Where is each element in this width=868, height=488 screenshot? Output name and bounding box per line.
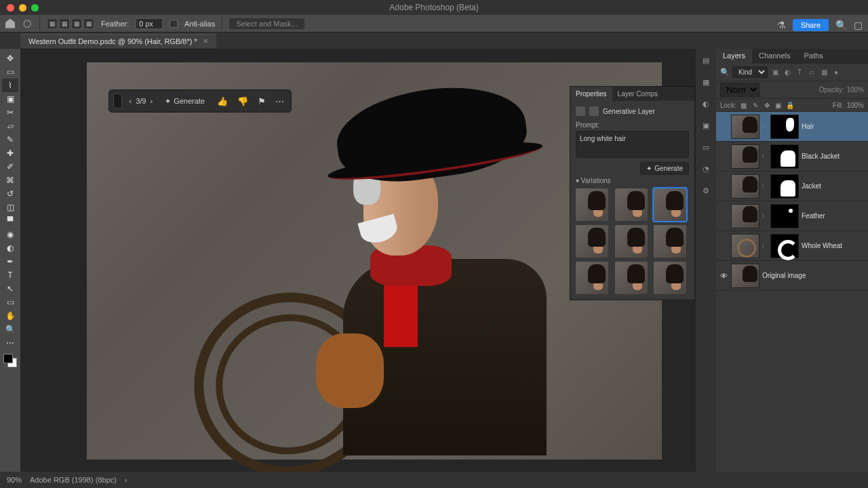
variation-thumb[interactable]	[576, 225, 608, 258]
variation-thumb[interactable]	[615, 188, 648, 221]
brush-tool[interactable]: ✐	[2, 160, 18, 174]
filter-shape-icon[interactable]: ▱	[807, 68, 816, 77]
blend-mode-select[interactable]: Normal	[720, 83, 760, 97]
layer-thumbnail[interactable]	[731, 204, 760, 228]
thumbs-up-icon[interactable]: 👍	[214, 95, 231, 108]
intersect-selection-icon[interactable]: ▦	[83, 18, 94, 29]
properties-panel-icon[interactable]: ⚙	[700, 184, 712, 197]
layer-filter-kind[interactable]: Kind	[732, 66, 768, 78]
layer-row[interactable]: ⁞Feather	[716, 201, 868, 231]
type-tool[interactable]: T	[2, 268, 18, 282]
history-panel-icon[interactable]: ▭	[700, 141, 712, 153]
layer-row[interactable]: ⁞Hair	[716, 112, 868, 142]
link-mask-icon[interactable]: ⁞	[762, 153, 768, 159]
zoom-tool[interactable]: 🔍	[2, 323, 18, 336]
layer-row[interactable]: ⁞Jacket	[716, 171, 868, 201]
filter-adjust-icon[interactable]: ◐	[783, 68, 792, 77]
flag-icon[interactable]: ⚑	[255, 95, 269, 108]
minimize-window-button[interactable]	[19, 4, 26, 12]
lock-position-icon[interactable]: ✥	[763, 101, 771, 109]
feather-input[interactable]	[136, 18, 163, 29]
variation-thumb[interactable]	[576, 188, 608, 221]
generate-button[interactable]: ✦ Generate	[159, 95, 210, 108]
canvas-area[interactable]: ‹ 3/9 › ✦ Generate 👍 👎 ⚑ ⋯ Properties La…	[20, 49, 696, 472]
swatches-panel-icon[interactable]: ▦	[700, 76, 712, 88]
foreground-color[interactable]	[3, 354, 13, 363]
color-swatch[interactable]	[3, 354, 17, 367]
layer-row[interactable]: ⁞Black Jacket	[716, 142, 868, 171]
dodge-tool[interactable]: ◐	[2, 241, 18, 255]
layer-name[interactable]: Feather	[802, 212, 865, 220]
move-tool[interactable]: ✥	[2, 52, 18, 65]
eyedropper-tool[interactable]: ✎	[2, 133, 18, 146]
lasso-tool-indicator[interactable]: ◯	[22, 18, 33, 29]
lasso-tool[interactable]: ⌇	[2, 79, 18, 92]
frame-tool[interactable]: ▱	[2, 119, 18, 133]
layer-mask-thumbnail[interactable]	[770, 144, 799, 169]
lock-paint-icon[interactable]: ✎	[751, 101, 760, 109]
opacity-value[interactable]: 100%	[846, 86, 864, 94]
shape-tool[interactable]: ▭	[2, 296, 18, 309]
filter-smart-icon[interactable]: ▦	[819, 68, 829, 77]
layer-name[interactable]: Jacket	[802, 182, 865, 190]
tab-properties[interactable]: Properties	[570, 87, 612, 101]
beaker-icon[interactable]: ⚗	[777, 20, 786, 30]
layer-thumbnail[interactable]	[731, 144, 760, 169]
layer-search-icon[interactable]: 🔍	[720, 68, 730, 77]
blur-tool[interactable]: ◉	[2, 228, 18, 241]
layer-row[interactable]: ⁞Whole Wheat	[716, 231, 868, 261]
variation-thumb[interactable]	[615, 225, 648, 258]
antialias-checkbox[interactable]	[170, 20, 178, 28]
layer-thumbnail[interactable]	[731, 234, 760, 258]
prompt-input[interactable]: Long white hair	[576, 131, 689, 158]
home-icon[interactable]	[5, 19, 15, 28]
more-options-icon[interactable]: ⋯	[273, 95, 287, 108]
variations-header[interactable]: ▾ Variations	[576, 177, 689, 184]
thumbs-down-icon[interactable]: 👎	[235, 95, 251, 108]
tab-layer-comps[interactable]: Layer Comps	[612, 87, 663, 101]
adjustments-panel-icon[interactable]: ◐	[700, 98, 712, 110]
close-tab-icon[interactable]: ✕	[203, 37, 208, 45]
marquee-tool[interactable]: ▭	[2, 65, 18, 79]
layer-name[interactable]: Whole Wheat	[802, 242, 865, 249]
tab-channels[interactable]: Channels	[752, 49, 797, 64]
eraser-tool[interactable]: ◫	[2, 201, 18, 214]
layer-mask-thumbnail[interactable]	[770, 204, 799, 228]
lock-artboard-icon[interactable]: ▣	[774, 101, 783, 109]
variation-thumb[interactable]	[576, 262, 608, 294]
pen-tool[interactable]: ✒	[2, 255, 18, 268]
fill-value[interactable]: 100%	[846, 102, 864, 109]
healing-tool[interactable]: ✚	[2, 146, 18, 160]
variation-thumb[interactable]	[654, 262, 686, 294]
document-tab[interactable]: Western Outfit Demo.psdc @ 90% (Hair, RG…	[20, 34, 216, 48]
layer-thumbnail[interactable]	[731, 264, 760, 288]
prev-variation-icon[interactable]: ‹	[126, 96, 134, 106]
link-mask-icon[interactable]: ⁞	[762, 243, 768, 249]
path-tool[interactable]: ↖	[2, 282, 18, 296]
select-and-mask-button[interactable]: Select and Mask...	[229, 18, 304, 29]
clone-tool[interactable]: ⌘	[2, 174, 18, 187]
layer-thumbnail[interactable]	[731, 115, 760, 139]
lock-transparent-icon[interactable]: ▦	[740, 101, 748, 109]
layer-row[interactable]: 👁Original image	[716, 261, 868, 291]
layer-mask-thumbnail[interactable]	[770, 115, 799, 139]
libraries-panel-icon[interactable]: ▣	[700, 119, 712, 131]
add-selection-icon[interactable]: ▦	[59, 18, 70, 29]
generate-button-panel[interactable]: ✦ Generate	[640, 162, 689, 175]
edit-toolbar[interactable]: ⋯	[2, 336, 18, 350]
link-mask-icon[interactable]: ⁞	[762, 183, 768, 189]
color-profile[interactable]: Adobe RGB (1998) (8bpc)	[30, 476, 117, 484]
variation-thumb[interactable]	[615, 262, 648, 294]
layer-name[interactable]: Black Jacket	[802, 152, 865, 160]
filter-type-icon[interactable]: T	[795, 68, 804, 77]
search-icon[interactable]: 🔍	[835, 20, 847, 30]
gradient-tool[interactable]: ▀	[2, 214, 18, 228]
variation-thumb[interactable]	[654, 225, 686, 258]
next-variation-icon[interactable]: ›	[147, 96, 155, 106]
layer-name[interactable]: Original image	[762, 272, 865, 279]
layer-mask-thumbnail[interactable]	[770, 174, 799, 199]
variation-thumb[interactable]	[654, 188, 686, 221]
share-button[interactable]: Share	[793, 19, 829, 31]
visibility-toggle-icon[interactable]: 👁	[719, 272, 728, 280]
layer-name[interactable]: Hair	[802, 123, 865, 130]
